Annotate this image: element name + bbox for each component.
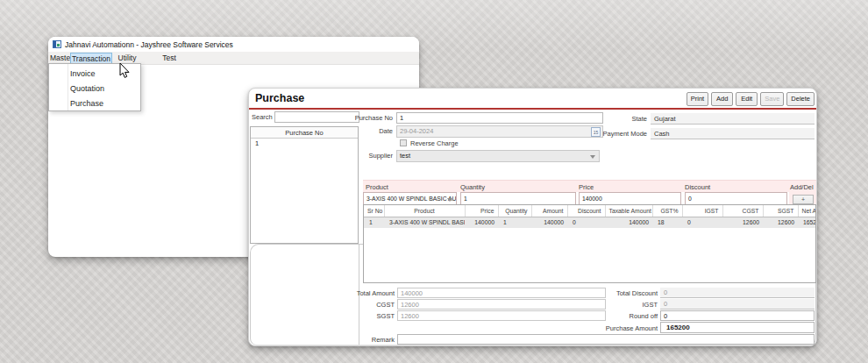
grid-cell: 1 <box>498 217 531 228</box>
reverse-charge-checkbox[interactable] <box>400 139 407 146</box>
delete-button[interactable]: Delete <box>786 92 815 106</box>
grid-cell: 140000 <box>605 217 652 228</box>
date-input[interactable]: 29-04-2024 15 <box>396 125 603 138</box>
sgst-label: SGST <box>337 312 395 321</box>
round-off-input[interactable]: 0 <box>660 310 815 321</box>
price-column-label: Price <box>579 183 594 191</box>
payment-mode-field[interactable]: Cash <box>651 128 815 139</box>
product-entry-band: Product Quantity Price Discount Add/Del … <box>363 180 816 205</box>
grid-header-cell[interactable]: Price <box>465 205 498 217</box>
add-del-column-label: Add/Del <box>790 183 814 191</box>
edit-button[interactable]: Edit <box>736 92 758 106</box>
igst-label: IGST <box>579 301 658 310</box>
items-grid: Sr No Product Price Quantity Amount Disc… <box>363 204 816 283</box>
menu-test[interactable]: Test <box>160 53 179 64</box>
state-label: State <box>586 115 647 124</box>
grid-header-cell[interactable]: SGST <box>763 205 798 217</box>
grid-header-cell[interactable]: CGST <box>722 205 763 217</box>
grid-header-row: Sr No Product Price Quantity Amount Disc… <box>364 205 816 217</box>
grid-cell: 1 <box>364 217 384 228</box>
print-button[interactable]: Print <box>687 92 708 106</box>
round-off-label: Round off <box>579 312 658 321</box>
grid-header-cell[interactable]: IGST <box>682 205 722 217</box>
date-label: Date <box>337 127 393 136</box>
grid-cell: 0 <box>682 217 722 228</box>
grid-header-cell[interactable]: Taxable Amount <box>605 205 652 217</box>
state-field[interactable]: Gujarat <box>651 113 815 125</box>
grid-cell: 12600 <box>763 217 798 228</box>
grid-header-cell[interactable]: GST% <box>652 205 682 217</box>
grid-cell: 0 <box>567 217 605 228</box>
mouse-cursor-icon <box>119 62 130 82</box>
cgst-field[interactable]: 12600 <box>397 299 606 310</box>
desktop-background: Jahnavi Automationn - Jayshree Software … <box>0 0 868 363</box>
grid-cell: 18 <box>652 217 682 228</box>
grid-header-cell[interactable]: Sr No <box>364 205 384 217</box>
title-divider <box>249 108 816 110</box>
purchase-amount-label: Purchase Amount <box>579 324 658 333</box>
sgst-field[interactable]: 12600 <box>397 310 606 321</box>
grid-header-cell[interactable]: Net Amount <box>798 205 816 217</box>
supplier-dropdown[interactable]: test <box>396 150 600 162</box>
purchase-list-panel: Purchase No 1 <box>250 126 359 244</box>
grid-header-cell[interactable]: Discount <box>567 205 605 217</box>
purchase-window: Purchase Print Add Edit Save Delete Sear… <box>248 88 817 346</box>
purchase-amount-field[interactable]: 165200 <box>660 322 815 333</box>
total-amount-field[interactable]: 140000 <box>397 288 606 298</box>
chevron-down-icon <box>447 198 452 202</box>
cgst-label: CGST <box>337 301 395 310</box>
grid-cell: 3-AXIS 400 W SPINDL BASIC <box>384 217 465 228</box>
remark-input[interactable] <box>397 334 815 345</box>
purchase-window-title: Purchase <box>255 92 304 104</box>
payment-mode-label: Payment Mode <box>586 130 647 139</box>
search-label: Search <box>252 113 273 122</box>
chevron-down-icon <box>590 155 595 159</box>
supplier-label: Supplier <box>337 152 393 160</box>
grid-header-cell[interactable]: Amount <box>531 205 567 217</box>
add-row-button[interactable]: + <box>793 195 814 204</box>
menu-item-purchase[interactable]: Purchase <box>70 97 139 110</box>
total-amount-label: Total Amount <box>337 289 395 298</box>
grid-row[interactable]: 1 3-AXIS 400 W SPINDL BASIC 140000 1 140… <box>364 217 816 228</box>
purchase-no-input[interactable]: 1 <box>396 112 603 124</box>
grid-header-cell[interactable]: Quantity <box>498 205 531 217</box>
app-window-icon <box>53 40 61 48</box>
supplier-value: test <box>400 152 410 160</box>
product-value: 3-AXIS 400 W SPINDL BASIC AUTOM <box>366 196 457 202</box>
price-input[interactable]: 140000 <box>579 192 681 205</box>
grid-cell: 12600 <box>722 217 763 228</box>
discount-column-label: Discount <box>685 183 710 191</box>
date-value: 29-04-2024 <box>400 127 433 135</box>
reverse-charge-label: Reverse Charge <box>410 139 459 148</box>
grid-header-cell[interactable]: Product <box>384 205 465 217</box>
grid-cell: 165200 <box>798 217 816 228</box>
quantity-column-label: Quantity <box>460 183 485 191</box>
grid-cell: 140000 <box>531 217 567 228</box>
igst-field[interactable]: 0 <box>660 299 815 310</box>
app-title: Jahnavi Automationn - Jayshree Software … <box>65 40 233 49</box>
save-button[interactable]: Save <box>760 92 784 106</box>
dropdown-gutter <box>68 64 68 110</box>
grid-cell: 140000 <box>465 217 498 228</box>
remark-label: Remark <box>337 336 395 345</box>
add-button[interactable]: Add <box>711 92 733 106</box>
toolbar: Print Add Edit Save Delete <box>687 92 815 106</box>
product-column-label: Product <box>366 183 388 191</box>
purchase-no-label: Purchase No <box>337 114 393 123</box>
total-discount-field[interactable]: 0 <box>660 288 815 298</box>
purchase-list-item[interactable]: 1 <box>251 139 358 149</box>
menu-item-quotation[interactable]: Quotation <box>70 82 139 96</box>
total-discount-label: Total Discount <box>579 289 658 298</box>
product-dropdown[interactable]: 3-AXIS 400 W SPINDL BASIC AUTOM <box>363 192 457 205</box>
app-titlebar[interactable]: Jahnavi Automationn - Jayshree Software … <box>48 37 419 52</box>
discount-input[interactable]: 0 <box>685 192 787 205</box>
quantity-input[interactable]: 1 <box>460 192 576 205</box>
